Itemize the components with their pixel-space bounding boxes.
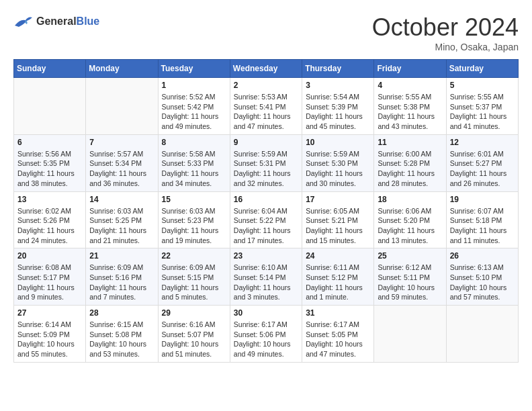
cell-text: Sunrise: 6:14 AM Sunset: 5:09 PM Dayligh… bbox=[17, 320, 82, 359]
calendar-cell: 9Sunrise: 5:59 AM Sunset: 5:31 PM Daylig… bbox=[230, 134, 302, 191]
day-number: 26 bbox=[450, 251, 515, 261]
calendar-cell: 6Sunrise: 5:56 AM Sunset: 5:35 PM Daylig… bbox=[14, 134, 86, 191]
day-number: 4 bbox=[378, 81, 442, 90]
calendar-week-row: 6Sunrise: 5:56 AM Sunset: 5:35 PM Daylig… bbox=[14, 134, 519, 191]
day-number: 19 bbox=[450, 195, 515, 204]
logo: GeneralBlue bbox=[13, 13, 99, 30]
calendar-cell: 11Sunrise: 6:00 AM Sunset: 5:28 PM Dayli… bbox=[374, 134, 446, 191]
day-number: 30 bbox=[234, 308, 298, 318]
calendar-week-row: 20Sunrise: 6:08 AM Sunset: 5:17 PM Dayli… bbox=[14, 248, 519, 306]
cell-text: Sunrise: 6:03 AM Sunset: 5:23 PM Dayligh… bbox=[162, 206, 226, 246]
day-number: 8 bbox=[162, 138, 226, 147]
cell-text: Sunrise: 5:55 AM Sunset: 5:38 PM Dayligh… bbox=[378, 92, 442, 132]
cell-text: Sunrise: 6:00 AM Sunset: 5:28 PM Dayligh… bbox=[378, 149, 442, 189]
day-number: 20 bbox=[17, 251, 82, 261]
cell-text: Sunrise: 6:03 AM Sunset: 5:25 PM Dayligh… bbox=[89, 206, 154, 246]
calendar-cell bbox=[446, 306, 518, 363]
day-number: 17 bbox=[306, 195, 370, 204]
weekday-header: Wednesday bbox=[230, 60, 302, 78]
day-number: 12 bbox=[450, 138, 515, 147]
calendar-cell: 8Sunrise: 5:58 AM Sunset: 5:33 PM Daylig… bbox=[158, 134, 230, 191]
day-number: 29 bbox=[162, 308, 226, 318]
month-title: October 2024 bbox=[372, 13, 519, 42]
calendar-cell bbox=[86, 78, 158, 135]
day-number: 25 bbox=[378, 251, 442, 261]
day-number: 10 bbox=[306, 138, 370, 147]
calendar-cell bbox=[374, 306, 446, 363]
cell-text: Sunrise: 5:53 AM Sunset: 5:41 PM Dayligh… bbox=[234, 92, 298, 132]
day-number: 28 bbox=[89, 308, 154, 318]
calendar-cell: 4Sunrise: 5:55 AM Sunset: 5:38 PM Daylig… bbox=[374, 78, 446, 135]
calendar-cell: 28Sunrise: 6:15 AM Sunset: 5:08 PM Dayli… bbox=[86, 306, 158, 363]
calendar-cell: 25Sunrise: 6:12 AM Sunset: 5:11 PM Dayli… bbox=[374, 248, 446, 306]
calendar-week-row: 27Sunrise: 6:14 AM Sunset: 5:09 PM Dayli… bbox=[14, 306, 519, 363]
cell-text: Sunrise: 6:04 AM Sunset: 5:22 PM Dayligh… bbox=[234, 206, 298, 246]
cell-text: Sunrise: 6:01 AM Sunset: 5:27 PM Dayligh… bbox=[450, 149, 515, 189]
calendar-cell: 23Sunrise: 6:10 AM Sunset: 5:14 PM Dayli… bbox=[230, 248, 302, 306]
cell-text: Sunrise: 6:16 AM Sunset: 5:07 PM Dayligh… bbox=[162, 320, 226, 359]
calendar-cell: 31Sunrise: 6:17 AM Sunset: 5:05 PM Dayli… bbox=[302, 306, 374, 363]
calendar-cell: 22Sunrise: 6:09 AM Sunset: 5:15 PM Dayli… bbox=[158, 248, 230, 306]
day-number: 31 bbox=[306, 308, 370, 318]
calendar-header-row: SundayMondayTuesdayWednesdayThursdayFrid… bbox=[14, 60, 519, 78]
calendar-cell: 20Sunrise: 6:08 AM Sunset: 5:17 PM Dayli… bbox=[14, 248, 86, 306]
page-header: GeneralBlue October 2024 Mino, Osaka, Ja… bbox=[13, 13, 519, 52]
day-number: 7 bbox=[89, 138, 154, 147]
weekday-header: Friday bbox=[374, 60, 446, 78]
calendar-cell: 29Sunrise: 6:16 AM Sunset: 5:07 PM Dayli… bbox=[158, 306, 230, 363]
calendar-cell: 2Sunrise: 5:53 AM Sunset: 5:41 PM Daylig… bbox=[230, 78, 302, 135]
day-number: 16 bbox=[234, 195, 298, 204]
day-number: 14 bbox=[89, 195, 154, 204]
cell-text: Sunrise: 5:59 AM Sunset: 5:31 PM Dayligh… bbox=[234, 149, 298, 189]
day-number: 1 bbox=[162, 81, 226, 90]
calendar-cell: 19Sunrise: 6:07 AM Sunset: 5:18 PM Dayli… bbox=[446, 191, 518, 248]
cell-text: Sunrise: 6:17 AM Sunset: 5:05 PM Dayligh… bbox=[306, 320, 370, 359]
title-block: October 2024 Mino, Osaka, Japan bbox=[372, 13, 519, 52]
cell-text: Sunrise: 5:54 AM Sunset: 5:39 PM Dayligh… bbox=[306, 92, 370, 132]
day-number: 24 bbox=[306, 251, 370, 261]
calendar-cell: 14Sunrise: 6:03 AM Sunset: 5:25 PM Dayli… bbox=[86, 191, 158, 248]
calendar-cell: 26Sunrise: 6:13 AM Sunset: 5:10 PM Dayli… bbox=[446, 248, 518, 306]
day-number: 27 bbox=[17, 308, 82, 318]
day-number: 9 bbox=[234, 138, 298, 147]
calendar-cell: 17Sunrise: 6:05 AM Sunset: 5:21 PM Dayli… bbox=[302, 191, 374, 248]
calendar-cell bbox=[14, 78, 86, 135]
cell-text: Sunrise: 5:58 AM Sunset: 5:33 PM Dayligh… bbox=[162, 149, 226, 189]
weekday-header: Thursday bbox=[302, 60, 374, 78]
calendar-cell: 15Sunrise: 6:03 AM Sunset: 5:23 PM Dayli… bbox=[158, 191, 230, 248]
logo-bird-icon bbox=[13, 13, 34, 30]
day-number: 11 bbox=[378, 138, 442, 147]
cell-text: Sunrise: 6:08 AM Sunset: 5:17 PM Dayligh… bbox=[17, 263, 82, 302]
day-number: 18 bbox=[378, 195, 442, 204]
calendar-cell: 1Sunrise: 5:52 AM Sunset: 5:42 PM Daylig… bbox=[158, 78, 230, 135]
day-number: 6 bbox=[17, 138, 82, 147]
cell-text: Sunrise: 5:59 AM Sunset: 5:30 PM Dayligh… bbox=[306, 149, 370, 189]
cell-text: Sunrise: 5:56 AM Sunset: 5:35 PM Dayligh… bbox=[17, 149, 82, 189]
cell-text: Sunrise: 6:06 AM Sunset: 5:20 PM Dayligh… bbox=[378, 206, 442, 246]
calendar-cell: 24Sunrise: 6:11 AM Sunset: 5:12 PM Dayli… bbox=[302, 248, 374, 306]
cell-text: Sunrise: 6:09 AM Sunset: 5:16 PM Dayligh… bbox=[89, 263, 154, 302]
day-number: 3 bbox=[306, 81, 370, 90]
cell-text: Sunrise: 5:52 AM Sunset: 5:42 PM Dayligh… bbox=[162, 92, 226, 132]
cell-text: Sunrise: 6:05 AM Sunset: 5:21 PM Dayligh… bbox=[306, 206, 370, 246]
cell-text: Sunrise: 6:13 AM Sunset: 5:10 PM Dayligh… bbox=[450, 263, 515, 302]
calendar-table: SundayMondayTuesdayWednesdayThursdayFrid… bbox=[13, 59, 519, 363]
day-number: 22 bbox=[162, 251, 226, 261]
calendar-week-row: 13Sunrise: 6:02 AM Sunset: 5:26 PM Dayli… bbox=[14, 191, 519, 248]
day-number: 15 bbox=[162, 195, 226, 204]
calendar-cell: 3Sunrise: 5:54 AM Sunset: 5:39 PM Daylig… bbox=[302, 78, 374, 135]
calendar-cell: 16Sunrise: 6:04 AM Sunset: 5:22 PM Dayli… bbox=[230, 191, 302, 248]
location: Mino, Osaka, Japan bbox=[372, 42, 519, 52]
calendar-cell: 5Sunrise: 5:55 AM Sunset: 5:37 PM Daylig… bbox=[446, 78, 518, 135]
calendar-cell: 10Sunrise: 5:59 AM Sunset: 5:30 PM Dayli… bbox=[302, 134, 374, 191]
logo-text: GeneralBlue bbox=[36, 15, 99, 28]
cell-text: Sunrise: 6:17 AM Sunset: 5:06 PM Dayligh… bbox=[234, 320, 298, 359]
calendar-cell: 18Sunrise: 6:06 AM Sunset: 5:20 PM Dayli… bbox=[374, 191, 446, 248]
day-number: 5 bbox=[450, 81, 515, 90]
cell-text: Sunrise: 6:11 AM Sunset: 5:12 PM Dayligh… bbox=[306, 263, 370, 302]
cell-text: Sunrise: 6:02 AM Sunset: 5:26 PM Dayligh… bbox=[17, 206, 82, 246]
cell-text: Sunrise: 6:10 AM Sunset: 5:14 PM Dayligh… bbox=[234, 263, 298, 302]
calendar-cell: 12Sunrise: 6:01 AM Sunset: 5:27 PM Dayli… bbox=[446, 134, 518, 191]
weekday-header: Sunday bbox=[14, 60, 86, 78]
weekday-header: Saturday bbox=[446, 60, 518, 78]
